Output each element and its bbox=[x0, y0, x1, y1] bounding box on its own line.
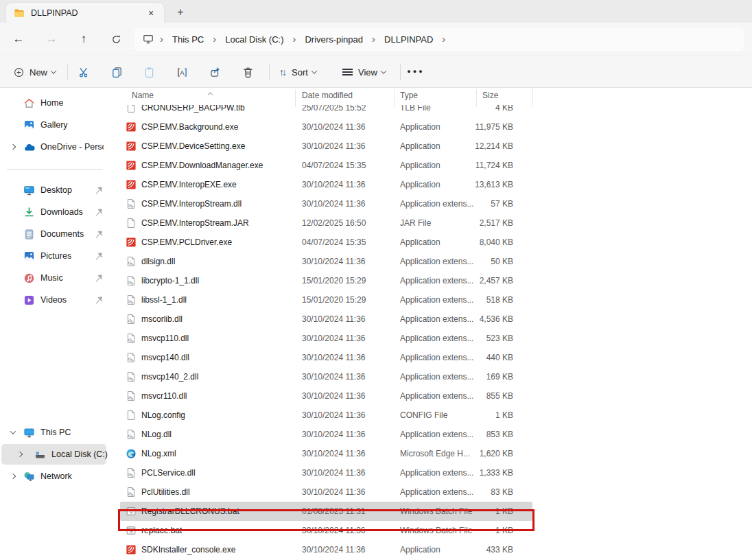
file-size: 853 KB bbox=[451, 425, 513, 444]
exe-file-icon bbox=[126, 544, 137, 555]
share-button[interactable] bbox=[202, 62, 227, 82]
file-date-modified: 30/10/2024 11:36 bbox=[302, 329, 395, 348]
table-row[interactable]: replace.bat30/10/2024 11:36Windows Batch… bbox=[120, 521, 532, 540]
sidebar-item-label: Network bbox=[40, 471, 72, 481]
file-date-modified: 12/02/2025 16:50 bbox=[302, 213, 395, 233]
delete-button[interactable] bbox=[235, 62, 260, 82]
sidebar-item-label: Pictures bbox=[40, 251, 71, 261]
dll-file-icon bbox=[126, 487, 137, 498]
table-row[interactable]: RegistrarDLLCRONUS.bat01/08/2025 11:31Wi… bbox=[120, 502, 532, 521]
sort-button[interactable]: ↑↓ Sort bbox=[276, 62, 320, 82]
rename-icon: A bbox=[176, 67, 188, 78]
file-date-modified: 30/10/2024 11:36 bbox=[302, 175, 395, 194]
sidebar-item-documents[interactable]: Documents bbox=[1, 224, 106, 244]
sidebar-item-home[interactable]: Home bbox=[1, 93, 106, 113]
table-row[interactable]: CSP.EMV.PCLDriver.exe04/07/2024 15:35App… bbox=[120, 233, 532, 252]
sort-ascending-icon bbox=[209, 86, 212, 98]
sidebar-item-desktop[interactable]: Desktop bbox=[1, 180, 106, 200]
table-row[interactable]: CSP.EMV.InteropStream.JAR12/02/2025 16:5… bbox=[120, 213, 532, 233]
chevron-right-icon[interactable] bbox=[8, 145, 18, 149]
table-row[interactable]: CSP.EMV.DownloadManager.exe04/07/2024 15… bbox=[120, 156, 532, 175]
sidebar-item-network[interactable]: Network bbox=[1, 466, 106, 487]
sidebar-item-gallery[interactable]: Gallery bbox=[1, 115, 106, 135]
column-header-date-modified[interactable]: Date modified bbox=[302, 91, 353, 100]
table-row[interactable]: CSP.EMV.DeviceSetting.exe30/10/2024 11:3… bbox=[120, 137, 532, 156]
sidebar-item-onedrive-persona[interactable]: OneDrive - Persona bbox=[1, 137, 106, 157]
table-row[interactable]: libssl-1_1.dll15/01/2020 15:29Applicatio… bbox=[120, 290, 532, 310]
view-lines-icon bbox=[342, 69, 353, 75]
file-date-modified: 04/07/2024 15:35 bbox=[302, 233, 395, 252]
breadcrumb-chevron-icon: › bbox=[366, 33, 381, 46]
file-size: 1,620 KB bbox=[451, 444, 513, 463]
more-options-button[interactable]: ●●● bbox=[405, 62, 427, 82]
chevron-right-icon[interactable] bbox=[8, 474, 18, 478]
column-header-name[interactable]: Name bbox=[132, 91, 154, 100]
folder-icon bbox=[14, 8, 25, 19]
table-row[interactable]: dllsign.dll30/10/2024 11:36Application e… bbox=[120, 252, 532, 271]
file-size: 13,613 KB bbox=[451, 175, 513, 194]
table-row[interactable]: msvcr110.dll30/10/2024 11:36Application … bbox=[120, 386, 532, 406]
table-row[interactable]: CSP.EMV.Background.exe30/10/2024 11:36Ap… bbox=[120, 117, 532, 137]
breadcrumb-item[interactable]: DLLPINPAD bbox=[381, 32, 436, 47]
sidebar-item-label: Videos bbox=[40, 295, 67, 305]
sidebar-item-local-disk-c[interactable]: Local Disk (C:) bbox=[1, 444, 106, 465]
edge-file-icon bbox=[126, 448, 137, 459]
table-row[interactable]: NLog.dll30/10/2024 11:36Application exte… bbox=[120, 425, 532, 444]
table-row[interactable]: CSP.EMV.InteropEXE.exe30/10/2024 11:36Ap… bbox=[120, 175, 532, 194]
copy-button[interactable] bbox=[104, 62, 129, 82]
cut-button[interactable] bbox=[71, 62, 96, 82]
breadcrumb-chevron-icon: › bbox=[154, 33, 169, 46]
table-row[interactable]: msvcp140.dll30/10/2024 11:36Application … bbox=[120, 348, 532, 367]
chevron-down-icon[interactable] bbox=[8, 430, 18, 434]
dll-file-icon bbox=[126, 333, 137, 344]
file-date-modified: 30/10/2024 11:36 bbox=[302, 425, 395, 444]
rename-button[interactable]: A bbox=[169, 62, 194, 82]
table-row[interactable]: CSP.EMV.InteropStream.dll30/10/2024 11:3… bbox=[120, 194, 532, 213]
view-button[interactable]: View bbox=[339, 62, 389, 82]
up-button[interactable]: ↑ bbox=[73, 29, 95, 49]
table-row[interactable]: PclUtilities.dll30/10/2024 11:36Applicat… bbox=[120, 482, 532, 502]
breadcrumb-item[interactable]: Local Disk (C:) bbox=[222, 32, 286, 47]
refresh-button[interactable] bbox=[105, 29, 127, 49]
sidebar-item-pictures[interactable]: Pictures bbox=[1, 246, 106, 266]
sidebar-item-videos[interactable]: Videos bbox=[1, 290, 106, 310]
close-tab-icon[interactable]: × bbox=[143, 5, 158, 21]
desktop-icon bbox=[23, 185, 35, 196]
page-file-icon bbox=[126, 410, 137, 421]
file-date-modified: 30/10/2024 11:36 bbox=[302, 194, 395, 213]
table-row[interactable]: msvcp140_2.dll30/10/2024 11:36Applicatio… bbox=[120, 367, 532, 386]
chevron-right-icon[interactable] bbox=[15, 452, 25, 456]
table-row[interactable]: SDKInstaller_console.exe30/10/2024 11:36… bbox=[120, 540, 532, 559]
column-header-size[interactable]: Size bbox=[482, 91, 498, 100]
forward-button: → bbox=[40, 29, 62, 49]
table-row[interactable]: NLog.config30/10/2024 11:36CONFIG File1 … bbox=[120, 406, 532, 425]
table-row[interactable]: libcrypto-1_1.dll15/01/2020 15:29Applica… bbox=[120, 271, 532, 290]
file-date-modified: 30/10/2024 11:36 bbox=[302, 540, 395, 559]
explorer-tab[interactable]: DLLPINPAD × bbox=[6, 3, 164, 23]
breadcrumb-item[interactable]: Drivers-pinpad bbox=[302, 32, 366, 47]
dll-file-icon bbox=[126, 198, 137, 209]
table-row[interactable]: mscorlib.dll30/10/2024 11:36Application … bbox=[120, 310, 532, 329]
breadcrumb-item[interactable]: This PC bbox=[169, 32, 207, 47]
new-button[interactable]: New bbox=[10, 62, 60, 82]
table-row[interactable]: PCLService.dll30/10/2024 11:36Applicatio… bbox=[120, 463, 532, 482]
file-size: 8,040 KB bbox=[451, 233, 513, 252]
new-tab-button[interactable]: + bbox=[172, 4, 189, 21]
exe-file-icon bbox=[126, 141, 137, 152]
sidebar-item-this-pc[interactable]: This PC bbox=[1, 422, 106, 443]
address-bar[interactable]: ›This PC›Local Disk (C:)›Drivers-pinpad›… bbox=[134, 27, 744, 51]
file-date-modified: 04/07/2024 15:35 bbox=[302, 156, 395, 175]
sidebar-item-downloads[interactable]: Downloads bbox=[1, 202, 106, 222]
column-header-type[interactable]: Type bbox=[400, 91, 418, 100]
back-button[interactable]: ← bbox=[8, 29, 30, 49]
table-row[interactable]: NLog.xml30/10/2024 11:36Microsoft Edge H… bbox=[120, 444, 532, 463]
breadcrumb-chevron-icon[interactable]: › bbox=[436, 33, 451, 46]
svg-text:A: A bbox=[180, 69, 184, 75]
file-name: libssl-1_1.dll bbox=[141, 290, 296, 310]
table-row[interactable]: msvcp110.dll30/10/2024 11:36Application … bbox=[120, 329, 532, 348]
dll-file-icon bbox=[126, 429, 137, 440]
sidebar-item-music[interactable]: Music bbox=[1, 268, 106, 288]
gallery-icon bbox=[23, 119, 35, 131]
file-size: 50 KB bbox=[451, 252, 513, 271]
file-name: dllsign.dll bbox=[141, 252, 296, 271]
